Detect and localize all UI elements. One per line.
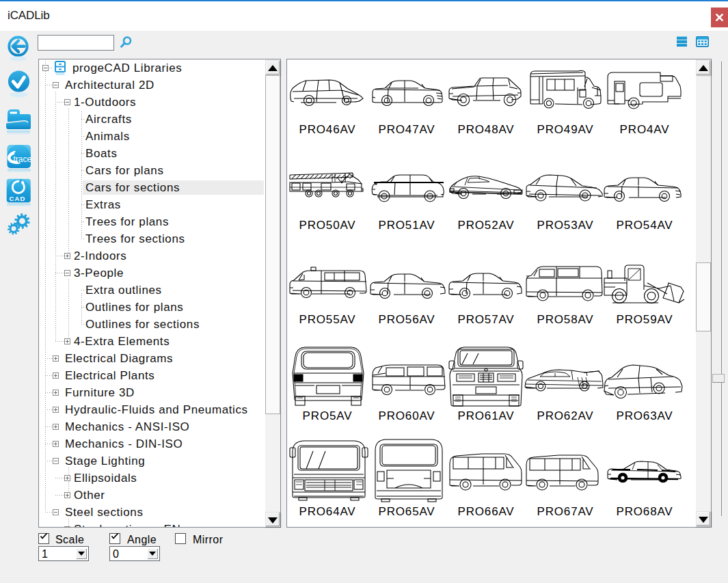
svg-text:CAD: CAD: [10, 195, 26, 202]
svg-text:trace: trace: [14, 154, 32, 164]
